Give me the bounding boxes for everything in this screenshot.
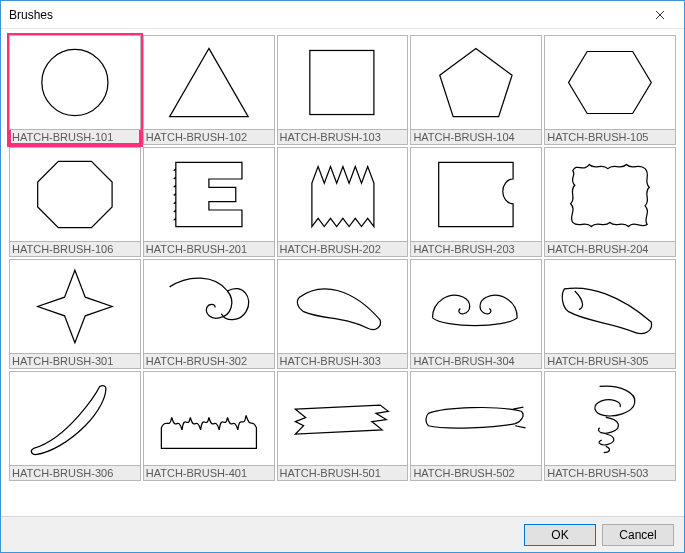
brush-thumbnail bbox=[143, 371, 275, 466]
brush-label: HATCH-BRUSH-303 bbox=[277, 354, 409, 369]
brush-cell[interactable]: HATCH-BRUSH-203 bbox=[410, 147, 542, 257]
brush-thumbnail bbox=[410, 259, 542, 354]
brush-cell[interactable]: HATCH-BRUSH-303 bbox=[277, 259, 409, 369]
brush-cell[interactable]: HATCH-BRUSH-103 bbox=[277, 35, 409, 145]
brush-thumbnail bbox=[410, 35, 542, 130]
brush-cell[interactable]: HATCH-BRUSH-201 bbox=[143, 147, 275, 257]
brush-label: HATCH-BRUSH-501 bbox=[277, 466, 409, 481]
brush-cell[interactable]: HATCH-BRUSH-105 bbox=[544, 35, 676, 145]
brush-cell[interactable]: HATCH-BRUSH-503 bbox=[544, 371, 676, 481]
brush-grid: HATCH-BRUSH-101HATCH-BRUSH-102HATCH-BRUS… bbox=[9, 35, 676, 481]
brush-label: HATCH-BRUSH-103 bbox=[277, 130, 409, 145]
brush-cell[interactable]: HATCH-BRUSH-305 bbox=[544, 259, 676, 369]
brush-label: HATCH-BRUSH-502 bbox=[410, 466, 542, 481]
brush-label: HATCH-BRUSH-503 bbox=[544, 466, 676, 481]
brush-label: HATCH-BRUSH-306 bbox=[9, 466, 141, 481]
brush-thumbnail bbox=[544, 371, 676, 466]
brush-thumbnail bbox=[544, 35, 676, 130]
brush-thumbnail bbox=[143, 259, 275, 354]
brush-cell[interactable]: HATCH-BRUSH-304 bbox=[410, 259, 542, 369]
close-button[interactable] bbox=[640, 3, 680, 27]
brush-thumbnail bbox=[544, 147, 676, 242]
brushes-dialog: Brushes HATCH-BRUSH-101HATCH-BRUSH-102HA… bbox=[0, 0, 685, 553]
brush-label: HATCH-BRUSH-104 bbox=[410, 130, 542, 145]
brush-cell[interactable]: HATCH-BRUSH-104 bbox=[410, 35, 542, 145]
brush-label: HATCH-BRUSH-102 bbox=[143, 130, 275, 145]
svg-rect-1 bbox=[309, 50, 373, 114]
brush-thumbnail bbox=[410, 147, 542, 242]
brush-thumbnail bbox=[9, 147, 141, 242]
brush-cell[interactable]: HATCH-BRUSH-204 bbox=[544, 147, 676, 257]
brush-cell[interactable]: HATCH-BRUSH-306 bbox=[9, 371, 141, 481]
brush-label: HATCH-BRUSH-201 bbox=[143, 242, 275, 257]
brush-label: HATCH-BRUSH-305 bbox=[544, 354, 676, 369]
brush-thumbnail bbox=[143, 147, 275, 242]
brush-cell[interactable]: HATCH-BRUSH-106 bbox=[9, 147, 141, 257]
brush-thumbnail bbox=[9, 371, 141, 466]
brush-thumbnail bbox=[143, 35, 275, 130]
close-icon bbox=[655, 10, 665, 20]
brush-label: HATCH-BRUSH-302 bbox=[143, 354, 275, 369]
brush-thumbnail bbox=[410, 371, 542, 466]
brush-cell[interactable]: HATCH-BRUSH-501 bbox=[277, 371, 409, 481]
brush-label: HATCH-BRUSH-105 bbox=[544, 130, 676, 145]
brush-thumbnail bbox=[9, 259, 141, 354]
svg-point-0 bbox=[42, 49, 108, 115]
brush-cell[interactable]: HATCH-BRUSH-202 bbox=[277, 147, 409, 257]
brush-label: HATCH-BRUSH-101 bbox=[9, 130, 141, 145]
brush-label: HATCH-BRUSH-304 bbox=[410, 354, 542, 369]
brush-cell[interactable]: HATCH-BRUSH-102 bbox=[143, 35, 275, 145]
brush-cell[interactable]: HATCH-BRUSH-401 bbox=[143, 371, 275, 481]
brush-thumbnail bbox=[277, 147, 409, 242]
window-title: Brushes bbox=[9, 8, 53, 22]
brush-cell[interactable]: HATCH-BRUSH-101 bbox=[9, 35, 141, 145]
brush-thumbnail bbox=[277, 371, 409, 466]
brush-thumbnail bbox=[277, 259, 409, 354]
brush-cell[interactable]: HATCH-BRUSH-301 bbox=[9, 259, 141, 369]
brush-label: HATCH-BRUSH-202 bbox=[277, 242, 409, 257]
brush-label: HATCH-BRUSH-203 bbox=[410, 242, 542, 257]
brush-label: HATCH-BRUSH-401 bbox=[143, 466, 275, 481]
content-area: HATCH-BRUSH-101HATCH-BRUSH-102HATCH-BRUS… bbox=[1, 29, 684, 516]
ok-button[interactable]: OK bbox=[524, 524, 596, 546]
brush-cell[interactable]: HATCH-BRUSH-502 bbox=[410, 371, 542, 481]
brush-label: HATCH-BRUSH-301 bbox=[9, 354, 141, 369]
brush-cell[interactable]: HATCH-BRUSH-302 bbox=[143, 259, 275, 369]
cancel-button[interactable]: Cancel bbox=[602, 524, 674, 546]
footer: OK Cancel bbox=[1, 516, 684, 552]
brush-thumbnail bbox=[9, 35, 141, 130]
brush-thumbnail bbox=[277, 35, 409, 130]
brush-label: HATCH-BRUSH-204 bbox=[544, 242, 676, 257]
titlebar: Brushes bbox=[1, 1, 684, 29]
brush-thumbnail bbox=[544, 259, 676, 354]
brush-label: HATCH-BRUSH-106 bbox=[9, 242, 141, 257]
